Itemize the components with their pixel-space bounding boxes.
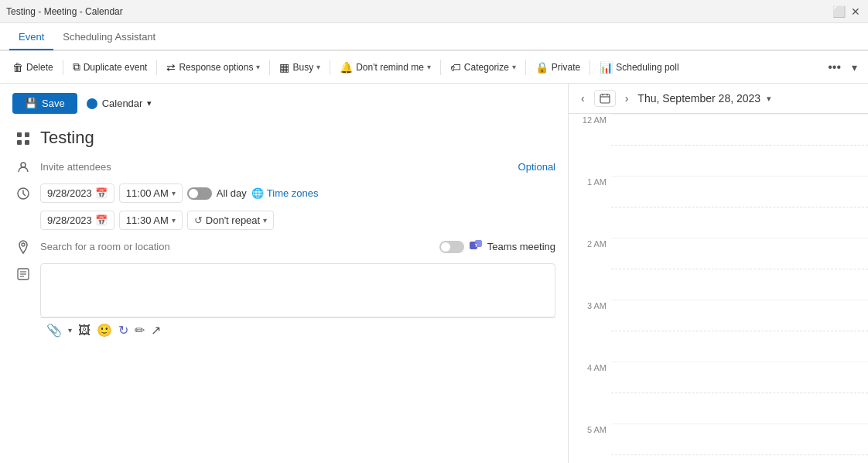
start-time-picker[interactable]: 11:00 AM ▾ xyxy=(119,183,183,203)
prev-day-button[interactable]: ‹ xyxy=(578,91,588,106)
separator-5 xyxy=(440,60,441,75)
time-slot-half-4am xyxy=(569,393,611,424)
svg-rect-2 xyxy=(17,140,22,145)
next-day-button[interactable]: › xyxy=(622,91,632,106)
event-slot-7 xyxy=(611,331,868,362)
event-title-input[interactable] xyxy=(40,126,555,150)
globe-icon: 🌐 xyxy=(251,187,264,199)
save-row: 💾 Save Calendar ▾ xyxy=(12,93,555,114)
calendar-header: ‹ › Thu, September 28, 2023 ▾ xyxy=(569,84,868,114)
time-slot-5am: 5 AM xyxy=(569,424,611,454)
event-slot-10 xyxy=(611,424,868,454)
start-date-picker[interactable]: 9/28/2023 📅 xyxy=(40,183,114,203)
body-row: 📎 ▾ 🖼 🙂 ↻ ✏ ↗ xyxy=(12,263,555,342)
more-options-button[interactable]: ••• xyxy=(823,57,846,77)
attach-button[interactable]: 📎 xyxy=(46,323,62,338)
window-title: Testing - Meeting - Calendar xyxy=(6,6,123,17)
event-icon xyxy=(12,131,34,146)
save-button[interactable]: 💾 Save xyxy=(12,93,77,114)
share-button[interactable]: ↗ xyxy=(151,323,161,338)
lock-icon: 🔒 xyxy=(535,61,548,74)
today-button[interactable] xyxy=(594,90,616,107)
calendar-icon: 📅 xyxy=(95,187,108,199)
repeat-button[interactable]: ↺ Don't repeat ▾ xyxy=(187,211,274,230)
poll-icon: 📊 xyxy=(600,61,613,74)
time-slot-half-1am xyxy=(569,207,611,238)
body-editor[interactable] xyxy=(40,263,555,317)
emoji-button[interactable]: 🙂 xyxy=(97,323,112,338)
location-input[interactable] xyxy=(40,238,433,256)
event-slot-5 xyxy=(611,269,868,300)
end-datetime-row: 9/28/2023 📅 11:30 AM ▾ ↺ Don't repeat ▾ xyxy=(12,211,555,230)
delete-button[interactable]: 🗑 Delete xyxy=(6,58,60,77)
bell-icon: 🔔 xyxy=(340,61,353,74)
event-slot-9 xyxy=(611,393,868,424)
duplicate-button[interactable]: ⧉ Duplicate event xyxy=(67,57,154,77)
allday-label: All day xyxy=(217,187,247,199)
loop-button[interactable]: ↻ xyxy=(118,323,128,338)
chevron-down-icon-time: ▾ xyxy=(172,189,176,197)
events-column xyxy=(611,114,868,463)
timezone-link[interactable]: 🌐 Time zones xyxy=(251,187,319,199)
calendar-date-chevron[interactable]: ▾ xyxy=(767,94,771,104)
end-date-picker[interactable]: 9/28/2023 📅 xyxy=(40,211,114,230)
time-slot-half-2am xyxy=(569,269,611,300)
separator-6 xyxy=(525,60,526,75)
time-slot-midnight: 12 AM xyxy=(569,114,611,145)
teams-toggle[interactable] xyxy=(439,241,464,253)
attendees-input[interactable] xyxy=(40,158,512,176)
time-slot-2am: 2 AM xyxy=(569,238,611,269)
title-bar: Testing - Meeting - Calendar ⬜ ✕ xyxy=(0,0,868,23)
toggle-knob xyxy=(189,189,198,198)
chevron-down-icon-repeat: ▾ xyxy=(263,216,267,225)
separator-3 xyxy=(269,60,270,75)
tab-scheduling[interactable]: Scheduling Assistant xyxy=(53,25,165,50)
poll-button[interactable]: 📊 Scheduling poll xyxy=(593,58,685,77)
private-button[interactable]: 🔒 Private xyxy=(529,58,586,77)
busy-button[interactable]: ▦ Busy ▾ xyxy=(273,58,326,77)
event-slot-0 xyxy=(611,114,868,145)
teams-toggle-row: T Teams meeting xyxy=(439,238,555,256)
location-row: T Teams meeting xyxy=(12,238,555,256)
expand-toolbar-button[interactable]: ▾ xyxy=(847,58,862,77)
title-row xyxy=(12,126,555,150)
categorize-button[interactable]: 🏷 Categorize ▾ xyxy=(444,58,522,77)
tab-bar: Event Scheduling Assistant xyxy=(0,23,868,51)
save-disk-icon: 💾 xyxy=(25,98,37,109)
repeat-icon: ↺ xyxy=(194,214,203,226)
calendar-grid: 12 AM 1 AM 2 AM 3 AM 4 AM 5 AM 6 AM xyxy=(569,114,868,463)
event-slot-1 xyxy=(611,145,868,176)
time-slot-1am: 1 AM xyxy=(569,176,611,207)
trash-icon: 🗑 xyxy=(12,61,23,74)
left-panel: 💾 Save Calendar ▾ xyxy=(0,84,569,463)
svg-text:T: T xyxy=(475,242,477,247)
expand-button[interactable]: ⬜ xyxy=(832,5,845,18)
event-slot-6 xyxy=(611,300,868,331)
calendar-selector[interactable]: Calendar ▾ xyxy=(87,98,152,109)
main-layout: 💾 Save Calendar ▾ xyxy=(0,84,868,463)
allday-toggle-group: All day xyxy=(187,187,247,200)
time-slot-half-midnight xyxy=(569,145,611,176)
chevron-down-icon-cal: ▾ xyxy=(147,98,152,108)
toolbar: 🗑 Delete ⧉ Duplicate event ⇄ Response op… xyxy=(0,51,868,84)
pen-button[interactable]: ✏ xyxy=(135,323,145,338)
remind-button[interactable]: 🔔 Don't remind me ▾ xyxy=(333,58,437,77)
time-slot-half-3am xyxy=(569,331,611,362)
tag-icon: 🏷 xyxy=(450,61,461,74)
optional-link[interactable]: Optional xyxy=(518,161,555,173)
tab-event[interactable]: Event xyxy=(9,25,53,50)
allday-toggle[interactable] xyxy=(187,187,212,200)
attach-chevron[interactable]: ▾ xyxy=(68,326,72,334)
separator-7 xyxy=(589,60,590,75)
notes-icon xyxy=(12,268,34,280)
teams-label: Teams meeting xyxy=(487,241,555,252)
image-button[interactable]: 🖼 xyxy=(78,324,91,338)
editor-toolbar: 📎 ▾ 🖼 🙂 ↻ ✏ ↗ xyxy=(40,317,555,342)
response-icon: ⇄ xyxy=(166,61,176,74)
close-button[interactable]: ✕ xyxy=(849,5,862,18)
chevron-down-icon-4: ▾ xyxy=(512,63,516,71)
response-options-button[interactable]: ⇄ Response options ▾ xyxy=(160,58,266,77)
end-time-picker[interactable]: 11:30 AM ▾ xyxy=(119,211,183,230)
time-column: 12 AM 1 AM 2 AM 3 AM 4 AM 5 AM 6 AM xyxy=(569,114,611,463)
teams-icon: T xyxy=(469,238,483,256)
